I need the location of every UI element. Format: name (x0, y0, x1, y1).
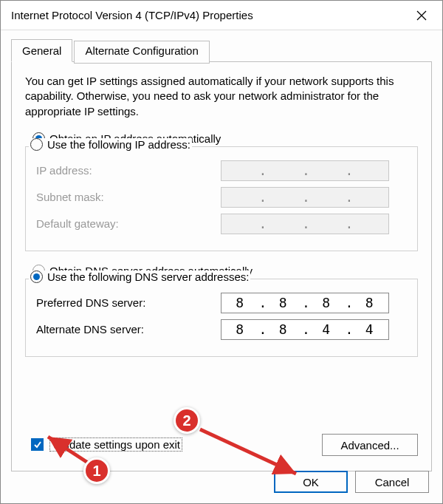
cancel-button[interactable]: Cancel (355, 471, 429, 493)
radio-dns-manual[interactable]: Use the following DNS server addresses: (29, 270, 250, 283)
close-button[interactable] (404, 1, 439, 30)
svg-line-2 (48, 437, 92, 466)
field-alternate-dns: Alternate DNS server: 8. 8. 4. 4 (36, 319, 407, 340)
field-gateway: Default gateway: . . . (36, 214, 407, 234)
subnet-label: Subnet mask: (36, 191, 221, 203)
radio-ip-manual[interactable]: Use the following IP address: (29, 138, 192, 151)
gateway-label: Default gateway: (36, 217, 221, 230)
annotation-callout-1: 1 (83, 457, 110, 484)
preferred-dns-label: Preferred DNS server: (36, 296, 221, 309)
dns-group: Use the following DNS server addresses: … (25, 279, 418, 357)
radio-icon (30, 138, 43, 151)
annotation-callout-2: 2 (174, 407, 200, 434)
field-preferred-dns: Preferred DNS server: 8. 8. 8. 8 (36, 293, 407, 313)
radio-ip-manual-label: Use the following IP address: (47, 138, 190, 151)
advanced-button[interactable]: Advanced... (322, 434, 418, 456)
alternate-dns-label: Alternate DNS server: (36, 323, 221, 336)
window-title: Internet Protocol Version 4 (TCP/IPv4) P… (11, 9, 404, 21)
ip-group: Use the following IP address: IP address… (25, 146, 418, 251)
close-icon (416, 10, 427, 21)
field-subnet: Subnet mask: . . . (36, 187, 407, 208)
tab-alternate[interactable]: Alternate Configuration (74, 41, 209, 64)
alternate-dns-input[interactable]: 8. 8. 4. 4 (221, 319, 389, 340)
ip-address-input: . . . (221, 160, 389, 181)
annotation-arrow-2 (193, 422, 303, 481)
tabs-strip: General Alternate Configuration (11, 39, 432, 62)
subnet-input: . . . (221, 187, 389, 208)
preferred-dns-input[interactable]: 8. 8. 8. 8 (221, 293, 389, 313)
radio-icon (30, 270, 43, 283)
radio-dns-manual-label: Use the following DNS server addresses: (47, 270, 249, 283)
general-panel: You can get IP settings assigned automat… (11, 61, 432, 471)
svg-line-3 (200, 429, 296, 474)
field-ip-address: IP address: . . . (36, 160, 407, 181)
description-text: You can get IP settings assigned automat… (25, 74, 418, 119)
ip-address-label: IP address: (36, 164, 221, 177)
titlebar: Internet Protocol Version 4 (TCP/IPv4) P… (1, 1, 442, 30)
tab-general[interactable]: General (11, 39, 72, 62)
gateway-input: . . . (221, 214, 389, 234)
